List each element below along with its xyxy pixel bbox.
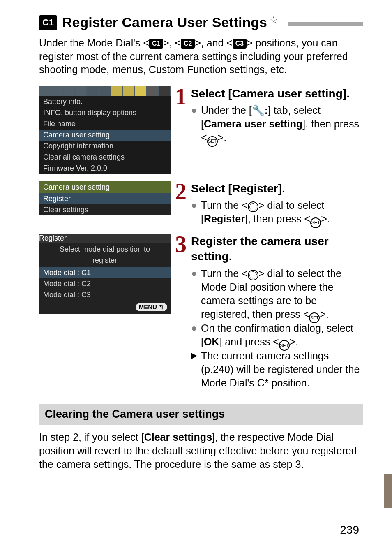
- mode-c1-icon: C1: [149, 39, 163, 49]
- triangle-icon: ▶: [191, 349, 201, 390]
- lcd-header: Register: [39, 234, 171, 243]
- lcd-item: Mode dial : C2: [39, 278, 171, 289]
- bullet-icon: ●: [191, 199, 201, 226]
- set-icon: SET: [207, 136, 218, 147]
- step-2-bullet: Turn the <> dial to select [Register], t…: [201, 199, 363, 226]
- step-3-bullet-2: On the confirmation dialog, select [OK] …: [201, 322, 363, 349]
- lcd-item-highlight: Register: [39, 193, 171, 204]
- set-icon: SET: [310, 217, 321, 228]
- lcd-item: Copyright information: [39, 141, 171, 152]
- intro-text: Under the Mode Dial's <: [39, 37, 149, 49]
- bullet-icon: ●: [191, 267, 201, 322]
- title-divider: [288, 22, 363, 26]
- step-1-heading: Select [Camera user setting].: [191, 86, 363, 102]
- clearing-heading: Clearing the Camera user settings: [39, 404, 363, 425]
- lcd-screenshot-2: Camera user setting Register Clear setti…: [39, 181, 171, 215]
- dial-icon: [248, 201, 258, 212]
- lcd-screenshot-1: Battery info. INFO. button display optio…: [39, 86, 171, 174]
- lcd-prompt: Select mode dial position to: [39, 243, 171, 256]
- lcd-item: Firmware Ver. 2.0.0: [39, 163, 171, 174]
- lcd-item: INFO. button display options: [39, 107, 171, 118]
- step-number-2: 2: [173, 181, 189, 202]
- step-3-row: Register Select mode dial position to re…: [39, 234, 363, 390]
- bullet-icon: ●: [191, 104, 201, 145]
- lcd-tabs: [39, 86, 171, 96]
- bullet-icon: ●: [191, 322, 201, 349]
- page-title-text: Register Camera User Settings: [62, 14, 267, 30]
- step-1-row: Battery info. INFO. button display optio…: [39, 86, 363, 174]
- step-1-bullet: Under the [🔧:] tab, select [Camera user …: [201, 104, 363, 145]
- lcd-item-highlight: Camera user setting: [39, 130, 171, 141]
- dial-icon: [248, 270, 258, 280]
- step-2-row: Camera user setting Register Clear setti…: [39, 181, 363, 227]
- lcd-item: Clear settings: [39, 204, 171, 215]
- step-2-heading: Select [Register].: [191, 181, 363, 197]
- step-number-3: 3: [173, 234, 189, 255]
- lcd-header: Camera user setting: [39, 181, 171, 193]
- lcd-item-highlight: Mode dial : C1: [39, 267, 171, 278]
- lcd-prompt: register: [39, 256, 171, 267]
- set-icon: SET: [279, 340, 290, 351]
- step-3-heading: Register the camera user setting.: [191, 234, 363, 264]
- step-3-bullet-1: Turn the <> dial to select the Mode Dial…: [201, 267, 363, 322]
- step-3-bullet-3: The current camera settings (p.240) will…: [201, 349, 363, 390]
- c1-badge-icon: C1: [39, 15, 57, 30]
- lcd-item: File name: [39, 118, 171, 130]
- clearing-section: Clearing the Camera user settings In ste…: [39, 404, 363, 471]
- mode-c2-icon: C2: [181, 39, 195, 49]
- lcd-item: Clear all camera settings: [39, 152, 171, 163]
- step-number-1: 1: [173, 86, 189, 107]
- intro-text: >, <: [163, 37, 181, 49]
- intro-text: >, and <: [195, 37, 233, 49]
- wrench-icon: 🔧:: [252, 104, 268, 116]
- lcd-item: Mode dial : C3: [39, 289, 171, 301]
- page-title-row: C1 Register Camera User Settings☆: [39, 14, 363, 30]
- menu-back-icon: MENU ↰: [136, 303, 167, 311]
- lcd-item: Battery info.: [39, 96, 171, 107]
- star-icon: ☆: [270, 15, 278, 25]
- page-number: 239: [340, 523, 359, 537]
- intro-paragraph: Under the Mode Dial's <C1>, <C2>, and <C…: [39, 36, 363, 76]
- lcd-screenshot-3: Register Select mode dial position to re…: [39, 234, 171, 314]
- clearing-body: In step 2, if you select [Clear settings…: [39, 430, 363, 471]
- mode-c3-icon: C3: [233, 39, 247, 49]
- section-tab: [384, 474, 392, 508]
- page-title: Register Camera User Settings☆: [62, 14, 278, 30]
